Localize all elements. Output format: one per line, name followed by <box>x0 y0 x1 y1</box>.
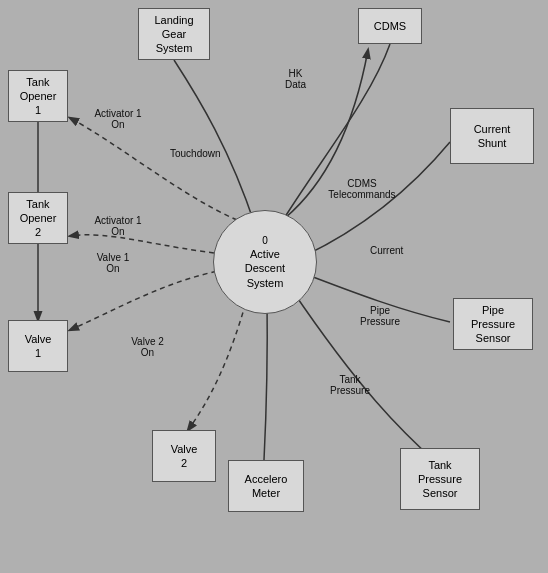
center-node: 0 Active Descent System <box>213 210 317 314</box>
tank-opener-2-box: Tank Opener 2 <box>8 192 68 244</box>
tank-opener-1-label: Tank Opener 1 <box>20 75 57 118</box>
current-shunt-label: Current Shunt <box>474 122 511 151</box>
current-shunt-box: Current Shunt <box>450 108 534 164</box>
label-pipe-pressure: PipePressure <box>360 305 400 327</box>
label-hk-data: HKData <box>285 68 306 90</box>
center-node-label: Active Descent System <box>245 247 285 290</box>
landing-gear-box: Landing Gear System <box>138 8 210 60</box>
valve-1-label: Valve 1 <box>25 332 52 361</box>
accelerometer-label: Accelero Meter <box>245 472 288 501</box>
cdms-label: CDMS <box>374 19 406 33</box>
pipe-pressure-sensor-box: Pipe Pressure Sensor <box>453 298 533 350</box>
label-cdms-telecommands: CDMSTelecommands <box>312 178 412 200</box>
cdms-box: CDMS <box>358 8 422 44</box>
label-activator1-mid: Activator 1On <box>78 215 158 237</box>
tank-pressure-sensor-label: Tank Pressure Sensor <box>418 458 462 501</box>
label-valve1-on: Valve 1On <box>78 252 148 274</box>
pipe-pressure-sensor-label: Pipe Pressure Sensor <box>471 303 515 346</box>
valve-2-label: Valve 2 <box>171 442 198 471</box>
label-valve2-on: Valve 2On <box>110 336 185 358</box>
landing-gear-label: Landing Gear System <box>154 13 193 56</box>
tank-opener-2-label: Tank Opener 2 <box>20 197 57 240</box>
valve-2-box: Valve 2 <box>152 430 216 482</box>
label-current: Current <box>370 245 403 256</box>
label-tank-pressure: TankPressure <box>330 374 370 396</box>
valve-1-box: Valve 1 <box>8 320 68 372</box>
center-node-id: 0 <box>245 234 285 247</box>
tank-opener-1-box: Tank Opener 1 <box>8 70 68 122</box>
tank-pressure-sensor-box: Tank Pressure Sensor <box>400 448 480 510</box>
label-activator1-top: Activator 1On <box>78 108 158 130</box>
label-touchdown: Touchdown <box>170 148 221 159</box>
accelerometer-box: Accelero Meter <box>228 460 304 512</box>
